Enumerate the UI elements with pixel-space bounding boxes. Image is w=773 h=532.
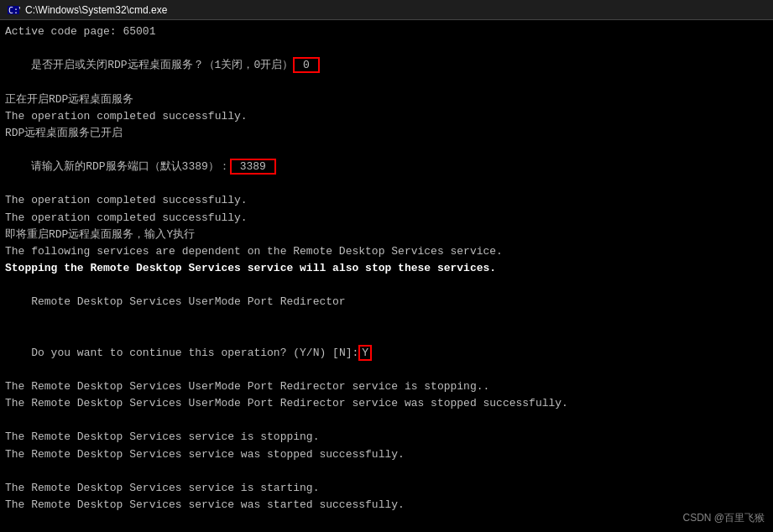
- line-usermode-stopping: The Remote Desktop Services UserMode Por…: [5, 378, 768, 395]
- title-bar-text: C:\Windows\System32\cmd.exe: [25, 4, 167, 16]
- line-rdp-starting: The Remote Desktop Services service is s…: [5, 480, 768, 497]
- svg-text:C:\: C:\: [8, 6, 20, 15]
- line-usermode-stopped: The Remote Desktop Services UserMode Por…: [5, 395, 768, 412]
- line-blank-2: [5, 310, 768, 327]
- line-restart-notice: 即将重启RDP远程桌面服务，输入Y执行: [5, 227, 768, 243]
- rdp-toggle-value: 0: [293, 57, 319, 73]
- line-op-success-1: The operation completed successfully.: [5, 108, 768, 125]
- line-dependent-notice: The following services are dependent on …: [5, 243, 768, 260]
- line-rdp-toggle: 是否开启或关闭RDP远程桌面服务？（1关闭，0开启） 0: [5, 40, 768, 91]
- line-stopping-notice: Stopping the Remote Desktop Services ser…: [5, 260, 768, 277]
- line-rdp-started: The Remote Desktop Services service was …: [5, 497, 768, 514]
- line-codepage: Active code page: 65001: [5, 23, 768, 40]
- rdp-port-value: 3389: [230, 159, 276, 175]
- title-bar: C:\ C:\Windows\System32\cmd.exe: [0, 0, 773, 20]
- line-blank-5: [5, 514, 768, 530]
- line-op-success-3: The operation completed successfully.: [5, 210, 768, 227]
- line-rdp-toggle-text: 是否开启或关闭RDP远程桌面服务？（1关闭，0开启）: [31, 59, 293, 71]
- line-opening-rdp: 正在开启RDP远程桌面服务: [5, 91, 768, 108]
- line-blank-3: [5, 412, 768, 429]
- line-rdp-stopping: The Remote Desktop Services service is s…: [5, 429, 768, 446]
- line-continue-text: Do you want to continue this operation? …: [31, 347, 358, 359]
- confirm-y-value: Y: [358, 345, 372, 361]
- line-rdp-enabled: RDP远程桌面服务已开启: [5, 125, 768, 142]
- watermark: CSDN @百里飞猴: [682, 511, 765, 525]
- line-blank-4: [5, 463, 768, 480]
- line-service-name: Remote Desktop Services UserMode Port Re…: [5, 294, 768, 310]
- line-blank-1: [5, 277, 768, 294]
- console-area: Active code page: 65001 是否开启或关闭RDP远程桌面服务…: [0, 20, 773, 532]
- line-rdp-port-text: 请输入新的RDP服务端口（默认3389）：: [31, 160, 230, 173]
- line-op-success-2: The operation completed successfully.: [5, 192, 768, 209]
- cmd-icon: C:\: [7, 3, 20, 17]
- line-rdp-stopped: The Remote Desktop Services service was …: [5, 446, 768, 463]
- line-continue-prompt: Do you want to continue this operation? …: [5, 328, 768, 378]
- line-rdp-port: 请输入新的RDP服务端口（默认3389）： 3389: [5, 142, 768, 192]
